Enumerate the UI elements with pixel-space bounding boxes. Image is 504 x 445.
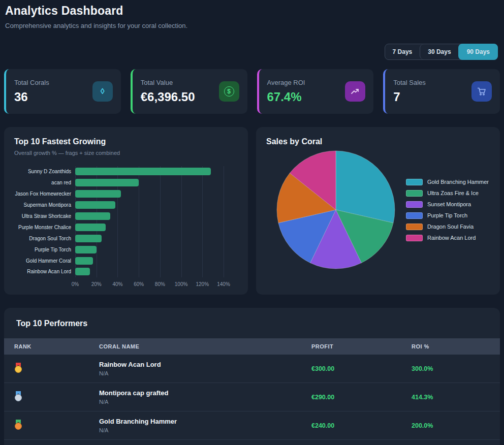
rank-cell — [14, 420, 99, 432]
bar-category-label: acan red — [14, 177, 75, 188]
legend-label: Dragon Soul Favia — [427, 224, 474, 230]
bronze-medal-icon — [14, 420, 22, 430]
bar-category-label: Dragon Soul Torch — [14, 233, 75, 244]
bar-row — [75, 177, 224, 188]
table-row-partial — [4, 440, 500, 445]
rank-cell — [14, 391, 99, 403]
coral-name: Gold Branching Hammer — [99, 418, 311, 425]
column-header-coral-name: CORAL NAME — [99, 343, 311, 349]
page-subtitle: Comprehensive analytics and insights for… — [5, 22, 499, 29]
stat-card-total-corals: Total Corals 36 ◊ — [4, 69, 121, 114]
legend-item: Purple Tip Torch — [406, 212, 489, 219]
silver-medal-icon — [14, 391, 22, 401]
bar-row — [75, 255, 224, 266]
bar-row — [75, 244, 224, 255]
pie-chart-legend: Gold Branching HammerUltra Zoas Fire & I… — [406, 179, 489, 241]
stats-row: Total Corals 36 ◊ Total Value €6,396.50 … — [4, 69, 500, 114]
bar[interactable] — [75, 212, 110, 220]
x-axis-tick-label: 80% — [155, 281, 165, 287]
legend-item: Dragon Soul Favia — [406, 224, 489, 230]
bar-row — [75, 166, 224, 177]
roi-value: 300.0% — [412, 365, 500, 372]
profit-value: €240.00 — [311, 422, 412, 429]
roi-value: 200.0% — [412, 422, 500, 429]
stat-value: 67.4% — [267, 90, 305, 104]
bar[interactable] — [75, 168, 211, 175]
gridline — [224, 166, 224, 277]
x-axis-tick-label: 140% — [217, 281, 230, 287]
bar-chart-plot — [75, 166, 224, 277]
bar[interactable] — [75, 190, 121, 198]
page-header: Analytics Dashboard Comprehensive analyt… — [4, 0, 500, 29]
top-performers-title: Top 10 Performers — [4, 308, 500, 338]
bar-row — [75, 233, 224, 244]
coral-subtext: N/A — [99, 399, 311, 405]
bar-rows — [75, 166, 224, 277]
bar-category-label: Rainbow Acan Lord — [14, 266, 75, 277]
coral-subtext: N/A — [99, 427, 311, 433]
rank-cell — [14, 363, 99, 375]
column-header-roi: ROI % — [412, 343, 500, 349]
bar-chart-plot-area: 0%20%40%60%80%100%120%140% — [75, 166, 224, 290]
bar[interactable] — [75, 235, 102, 242]
coral-name-cell: Gold Branching HammerN/A — [99, 418, 311, 433]
x-axis-tick-label: 100% — [175, 281, 188, 287]
pie-chart-title: Sales by Coral — [266, 137, 490, 146]
stat-label: Total Value — [141, 79, 195, 86]
legend-swatch — [406, 224, 423, 230]
bar-category-label: Superman Montipora — [14, 200, 75, 211]
table-header-row: RANK CORAL NAME PROFIT ROI % — [4, 338, 500, 355]
bar[interactable] — [75, 257, 93, 265]
bar-chart-labels: Sunny D Zoanthidsacan redJason Fox Homew… — [14, 166, 75, 290]
legend-swatch — [406, 201, 423, 208]
coral-name: Montipora cap grafted — [99, 389, 311, 397]
bar-row — [75, 211, 224, 222]
bar-category-label: Ultra Straw Shortcake — [14, 211, 75, 222]
bar-row — [75, 200, 224, 211]
bar[interactable] — [75, 179, 139, 186]
column-header-profit: PROFIT — [311, 343, 412, 349]
legend-label: Ultra Zoas Fire & Ice — [427, 190, 479, 196]
bar-row — [75, 221, 224, 233]
bar-chart-subtitle: Overall growth % — frags + size combined — [14, 150, 238, 156]
bar-row — [75, 266, 224, 277]
icon-box — [471, 81, 492, 102]
x-axis-tick-label: 40% — [112, 281, 122, 287]
time-range-90-days-button[interactable]: 90 Days — [458, 44, 498, 60]
analytics-dashboard-page: Analytics Dashboard Comprehensive analyt… — [0, 0, 504, 445]
bar[interactable] — [75, 201, 115, 209]
table-row: Rainbow Acan LordN/A€300.00300.0% — [4, 355, 500, 383]
stat-value: 36 — [14, 90, 49, 104]
legend-swatch — [406, 179, 423, 185]
bar[interactable] — [75, 224, 106, 231]
stat-value: 7 — [393, 90, 426, 104]
profit-value: €290.00 — [311, 394, 412, 401]
gold-medal-icon — [14, 363, 22, 373]
stat-label: Total Sales — [393, 79, 426, 86]
x-axis-tick-label: 0% — [72, 281, 79, 287]
charts-row: Top 10 Fastest Growing Overall growth % … — [4, 127, 500, 295]
coral-icon: ◊ — [101, 87, 105, 96]
legend-item: Ultra Zoas Fire & Ice — [406, 190, 489, 197]
legend-item: Sunset Montipora — [406, 201, 489, 208]
column-header-rank: RANK — [14, 343, 99, 349]
time-range-30-days-button[interactable]: 30 Days — [420, 44, 458, 59]
bar-category-label: Purple Tip Torch — [14, 244, 75, 255]
stat-card-total-value: Total Value €6,396.50 $ — [131, 69, 247, 114]
bar[interactable] — [75, 268, 90, 275]
coral-name-cell: Rainbow Acan LordN/A — [99, 361, 311, 376]
legend-label: Sunset Montipora — [427, 201, 471, 207]
bar-chart-title: Top 10 Fastest Growing — [14, 137, 238, 146]
table-row: Gold Branching HammerN/A€240.00200.0% — [4, 411, 500, 440]
legend-swatch — [406, 190, 423, 197]
x-axis-tick-label: 20% — [91, 281, 102, 287]
x-axis-tick-label: 60% — [134, 281, 144, 287]
pie-chart — [276, 150, 395, 269]
table-row: Montipora cap graftedN/A€290.00414.3% — [4, 383, 500, 411]
coral-subtext: N/A — [99, 370, 311, 376]
bar-category-label: Gold Hammer Coral — [14, 255, 75, 266]
stat-label: Average ROI — [267, 79, 305, 86]
x-axis-tick-label: 120% — [196, 281, 209, 287]
time-range-7-days-button[interactable]: 7 Days — [385, 44, 420, 59]
bar[interactable] — [75, 246, 97, 253]
